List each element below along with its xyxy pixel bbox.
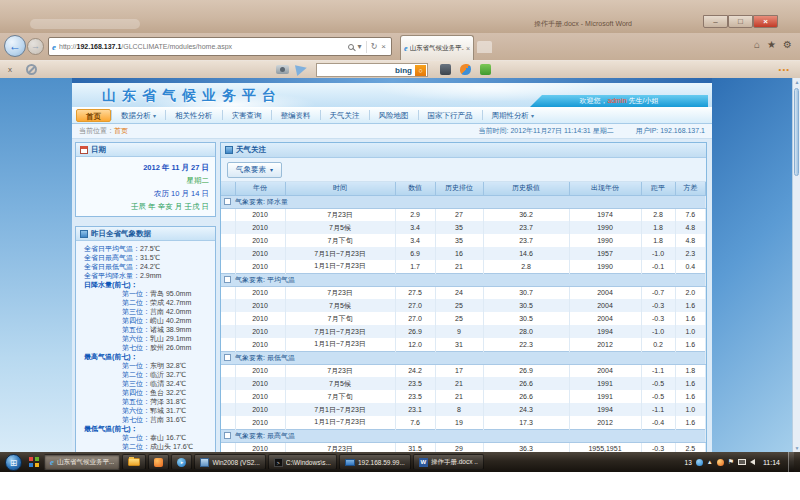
table-cell: 23.5 <box>395 390 435 403</box>
network-icon[interactable] <box>738 459 746 465</box>
scroll-up-icon[interactable]: ▲ <box>793 79 800 85</box>
taskbar-button-cmd[interactable]: >C:\Windows\s... <box>268 454 337 470</box>
column-header: 历史排位 <box>435 182 483 195</box>
weather-label: 全省日最高气温： <box>76 254 140 261</box>
chevron-down-icon: ▾ <box>270 167 273 173</box>
element-filter-button[interactable]: 气象要素 ▾ <box>227 162 282 178</box>
toolbar-close-icon[interactable]: x <box>8 65 12 74</box>
table-cell: 2010 <box>235 208 285 221</box>
stop-icon[interactable]: × <box>381 42 386 51</box>
table-row[interactable]: 20107月23日24.21726.92004-1.11.8 <box>221 364 706 377</box>
table-row[interactable]: 20107月1日~7月23日6.91614.61957-1.02.3 <box>221 247 706 260</box>
scroll-down-icon[interactable]: ▼ <box>793 445 800 451</box>
table-row[interactable]: 20107月23日2.92736.219742.87.6 <box>221 208 706 221</box>
table-row[interactable]: 20107月23日31.52936.31955,1951-0.32.5 <box>221 442 706 452</box>
nav-item-6[interactable]: 风险地图 <box>370 109 418 122</box>
table-cell: 25 <box>435 299 483 312</box>
background-window-titlebar: 操作手册.docx - Microsoft Word – □ × <box>0 0 800 33</box>
home-icon[interactable]: ⌂ <box>754 39 760 50</box>
table-cell: 2.8 <box>483 260 569 273</box>
search-go-button[interactable]: ○ <box>415 65 426 76</box>
address-bar[interactable]: e http://192.168.137.1/GLCCLIMATE/module… <box>48 37 392 56</box>
rank-label: 第四位： <box>122 317 150 324</box>
group-checkbox[interactable] <box>224 354 231 361</box>
maximize-button[interactable]: □ <box>728 15 753 28</box>
table-cell: 7月23日 <box>285 208 395 221</box>
camera-icon[interactable] <box>276 65 289 74</box>
send-icon[interactable] <box>295 63 308 76</box>
nav-item-3[interactable]: 灾害查询 <box>223 109 271 122</box>
minimize-button[interactable]: – <box>703 15 728 28</box>
settings-icon[interactable]: ⚙ <box>783 39 792 50</box>
more-options-icon[interactable]: ••• <box>779 65 790 74</box>
clock[interactable]: 11:14 <box>763 459 780 466</box>
close-button[interactable]: × <box>753 15 778 28</box>
highlight-icon[interactable] <box>460 64 471 75</box>
table-row[interactable]: 20107月1日~7月23日23.1824.31994-1.11.0 <box>221 403 706 416</box>
table-row[interactable]: 20107月下旬23.52126.61991-0.51.6 <box>221 390 706 403</box>
table-cell: 1.6 <box>675 377 706 390</box>
taskbar-button-rdp[interactable]: 192.168.59.99... <box>339 454 411 470</box>
taskbar-button-media[interactable]: ▸ <box>171 454 192 470</box>
table-row[interactable]: 20101月1日~7月23日7.61917.32012-0.41.6 <box>221 416 706 429</box>
addon-icon[interactable] <box>480 64 491 75</box>
tab-close-icon[interactable]: × <box>466 45 470 52</box>
finder-icon[interactable] <box>440 64 451 75</box>
refresh-icon[interactable]: ↻ <box>371 42 378 51</box>
cmd-icon: > <box>274 458 283 467</box>
firefox-tray-icon[interactable] <box>717 459 724 466</box>
hidden-icons-arrow[interactable]: ▲ <box>707 459 713 465</box>
url-text: http://192.168.137.1/GLCCLIMATE/modules/… <box>59 43 346 50</box>
messenger-tray-icon[interactable] <box>696 459 703 466</box>
nav-item-4[interactable]: 整编资料 <box>272 109 320 122</box>
table-row[interactable]: 20107月下旬27.02530.52004-0.31.6 <box>221 312 706 325</box>
action-center-icon[interactable]: ⚑ <box>728 458 734 466</box>
back-button[interactable]: ← <box>4 35 26 57</box>
taskbar-button-orange[interactable] <box>148 454 169 470</box>
group-checkbox[interactable] <box>224 198 231 205</box>
browser-tab[interactable]: e 山东省气候业务平... × <box>400 35 474 60</box>
table-row[interactable]: 20101月1日~7月23日1.7212.81990-0.10.4 <box>221 260 706 273</box>
station-value: 菏泽 31.8℃ <box>150 398 186 405</box>
url-dropdown-icon[interactable]: ▾ <box>358 42 362 51</box>
nav-item-8[interactable]: 周期性分析▾ <box>483 109 544 122</box>
vertical-scrollbar[interactable]: ▲ ▼ <box>792 78 800 452</box>
table-row[interactable]: 20107月5候27.02530.52004-0.31.6 <box>221 299 706 312</box>
nav-item-7[interactable]: 国家下行产品 <box>419 109 482 122</box>
breadcrumb-current[interactable]: 首页 <box>114 126 128 136</box>
favorites-icon[interactable]: ★ <box>767 39 776 50</box>
nav-item-5[interactable]: 天气关注 <box>321 109 369 122</box>
start-button[interactable]: ⊞ <box>5 454 22 471</box>
group-checkbox[interactable] <box>224 276 231 283</box>
taskbar-button-window[interactable]: Win2008 (VS2... <box>194 454 265 470</box>
table-row[interactable]: 20107月5候23.52126.61991-0.51.6 <box>221 377 706 390</box>
table-row[interactable]: 20107月1日~7月23日26.9928.01994-1.01.0 <box>221 325 706 338</box>
rank-label: 第七位： <box>122 416 150 423</box>
taskbar-button-folder[interactable] <box>122 454 146 470</box>
launcher-icon[interactable] <box>29 457 39 467</box>
group-checkbox[interactable] <box>224 432 231 439</box>
blocker-icon[interactable] <box>26 64 37 75</box>
weather-label: 全省平均降水量： <box>76 272 140 279</box>
new-tab-stub[interactable] <box>477 41 492 53</box>
table-row[interactable]: 20107月下旬3.43523.719901.84.8 <box>221 234 706 247</box>
nav-item-2[interactable]: 相关性分析 <box>166 109 222 122</box>
tray-badge[interactable]: 13 <box>685 459 692 466</box>
nav-item-1[interactable]: 数据分析▾ <box>112 109 165 122</box>
forward-button[interactable]: → <box>27 38 44 55</box>
table-row[interactable]: 20107月23日27.52430.72004-0.72.0 <box>221 286 706 299</box>
table-cell: 1.0 <box>675 403 706 416</box>
toolbar-search-box[interactable]: bing ○ <box>316 63 428 77</box>
show-desktop-button[interactable] <box>788 452 794 472</box>
search-icon[interactable] <box>348 44 354 50</box>
panel-icon <box>225 146 233 154</box>
weekday: 星期二 <box>78 174 209 187</box>
table-cell: 7月23日 <box>285 442 395 452</box>
taskbar-button-word[interactable]: W操作手册.docx .. <box>413 454 484 470</box>
scrollbar-thumb[interactable] <box>794 88 799 176</box>
table-row[interactable]: 20107月5候3.43523.719901.84.8 <box>221 221 706 234</box>
volume-icon[interactable] <box>750 459 755 465</box>
table-row[interactable]: 20101月1日~7月23日12.03122.320120.21.6 <box>221 338 706 351</box>
nav-item-0[interactable]: 首页 <box>76 109 111 122</box>
taskbar-button-ie[interactable]: e山东省气候业务平... <box>44 454 120 470</box>
